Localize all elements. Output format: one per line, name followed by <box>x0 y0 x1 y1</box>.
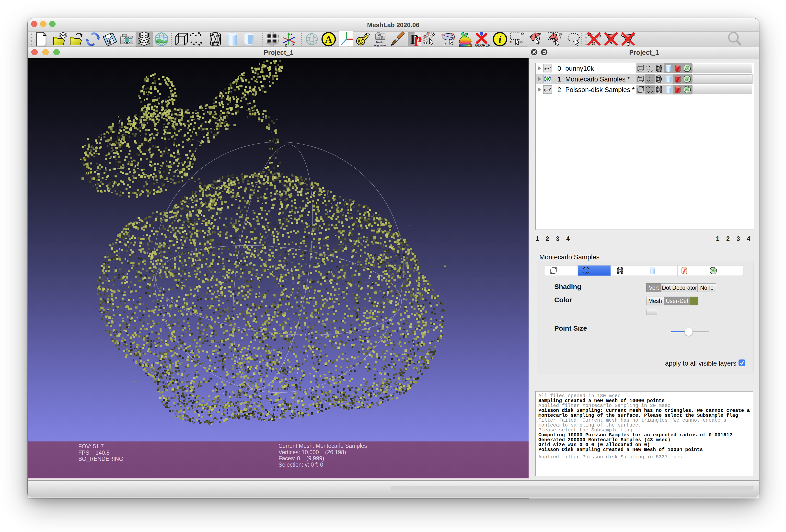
svg-text:Raster: Raster <box>376 41 385 44</box>
svg-text:Z: Z <box>285 43 287 47</box>
svg-text:P: P <box>414 34 422 47</box>
svg-text:i: i <box>499 34 502 45</box>
svg-text:X: X <box>292 43 295 47</box>
svg-text:GEOREF: GEOREF <box>475 43 490 47</box>
svg-text:Alignment: Alignment <box>374 44 387 47</box>
svg-text:Y: Y <box>290 32 293 36</box>
svg-text:A: A <box>325 34 332 45</box>
